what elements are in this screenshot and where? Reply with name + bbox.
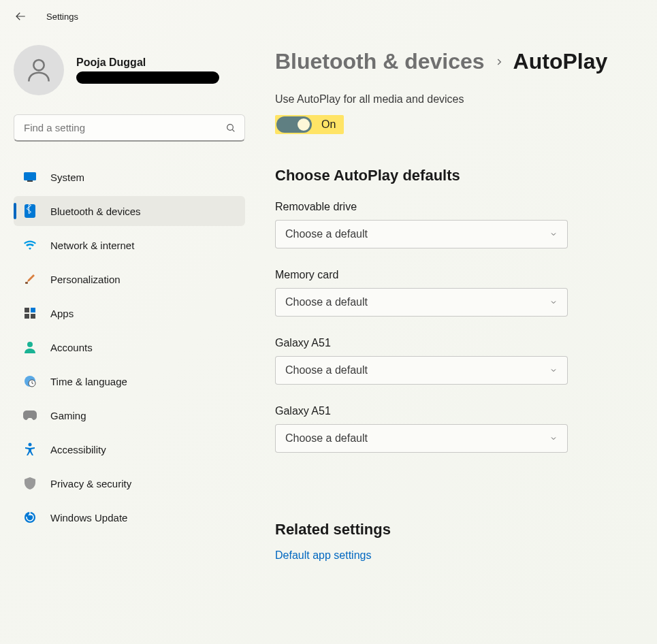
title-bar: Settings	[0, 0, 657, 33]
app-title: Settings	[46, 12, 78, 22]
autoplay-toggle-row: On	[275, 115, 344, 134]
shield-icon	[23, 477, 37, 490]
user-name: Pooja Duggal	[76, 57, 219, 69]
default-item-galaxy-a51-2: Galaxy A51 Choose a default	[275, 405, 568, 453]
select-value: Choose a default	[285, 228, 368, 240]
svg-rect-7	[31, 308, 35, 312]
svg-rect-3	[27, 180, 33, 182]
default-select-memory-card[interactable]: Choose a default	[275, 288, 568, 317]
related-heading: Related settings	[275, 521, 630, 538]
default-label: Removable drive	[275, 201, 568, 213]
sidebar-item-label: Windows Update	[50, 512, 127, 524]
sidebar-item-label: Accessibility	[50, 444, 106, 455]
sidebar-item-label: Privacy & security	[50, 478, 131, 489]
chevron-down-icon	[549, 434, 558, 442]
user-email-redacted	[76, 71, 219, 84]
sidebar-item-bluetooth-devices[interactable]: Bluetooth & devices	[14, 196, 245, 226]
autoplay-toggle-state: On	[321, 118, 336, 131]
sidebar-item-network[interactable]: Network & internet	[14, 230, 245, 260]
select-value: Choose a default	[285, 432, 368, 445]
defaults-list: Removable drive Choose a default Memory …	[275, 201, 568, 453]
sidebar: Pooja Duggal System Bluetooth & devices …	[0, 33, 259, 562]
back-button[interactable]	[11, 7, 30, 26]
clock-globe-icon	[23, 374, 37, 388]
select-value: Choose a default	[285, 296, 368, 308]
sidebar-item-label: Accounts	[50, 342, 93, 353]
chevron-down-icon	[549, 366, 558, 374]
default-label: Galaxy A51	[275, 337, 568, 349]
sidebar-item-label: Time & language	[50, 376, 127, 387]
bluetooth-icon	[23, 204, 37, 218]
page-title: AutoPlay	[513, 49, 608, 74]
sidebar-item-label: System	[50, 172, 84, 183]
nav-list: System Bluetooth & devices Network & int…	[14, 162, 245, 532]
select-value: Choose a default	[285, 364, 368, 376]
sidebar-item-windows-update[interactable]: Windows Update	[14, 502, 245, 532]
sidebar-item-gaming[interactable]: Gaming	[14, 400, 245, 430]
svg-point-13	[29, 443, 32, 447]
autoplay-toggle-section: Use AutoPlay for all media and devices O…	[275, 93, 630, 135]
default-label: Memory card	[275, 269, 568, 281]
default-label: Galaxy A51	[275, 405, 568, 417]
breadcrumb: Bluetooth & devices AutoPlay	[275, 49, 630, 74]
chevron-down-icon	[549, 298, 558, 306]
wifi-icon	[23, 238, 37, 252]
sidebar-item-label: Apps	[50, 308, 74, 319]
svg-rect-6	[25, 308, 29, 312]
svg-point-1	[227, 125, 234, 131]
svg-point-10	[27, 342, 33, 347]
autoplay-toggle-label: Use AutoPlay for all media and devices	[275, 93, 630, 106]
sidebar-item-accessibility[interactable]: Accessibility	[14, 434, 245, 464]
svg-rect-5	[25, 282, 28, 284]
svg-rect-9	[31, 314, 35, 319]
sidebar-item-apps[interactable]: Apps	[14, 298, 245, 328]
chevron-down-icon	[549, 230, 558, 238]
update-icon	[23, 511, 37, 524]
svg-rect-2	[24, 172, 36, 180]
default-item-galaxy-a51-1: Galaxy A51 Choose a default	[275, 337, 568, 385]
svg-rect-8	[25, 314, 29, 319]
defaults-heading: Choose AutoPlay defaults	[275, 167, 630, 184]
default-select-removable-drive[interactable]: Choose a default	[275, 220, 568, 248]
sidebar-item-label: Gaming	[50, 410, 86, 421]
user-block[interactable]: Pooja Duggal	[14, 45, 245, 95]
system-icon	[23, 170, 37, 184]
search-icon	[225, 122, 237, 134]
main-content: Bluetooth & devices AutoPlay Use AutoPla…	[259, 33, 657, 562]
accessibility-icon	[23, 442, 37, 456]
search-box	[14, 114, 245, 142]
chevron-right-icon	[494, 57, 504, 67]
brush-icon	[23, 272, 37, 286]
user-icon	[24, 55, 54, 85]
apps-icon	[23, 306, 37, 320]
sidebar-item-personalization[interactable]: Personalization	[14, 264, 245, 294]
sidebar-item-label: Network & internet	[50, 240, 134, 251]
sidebar-item-time-language[interactable]: Time & language	[14, 366, 245, 396]
breadcrumb-parent[interactable]: Bluetooth & devices	[275, 49, 485, 74]
sidebar-item-label: Personalization	[50, 274, 121, 285]
default-select-galaxy-a51-1[interactable]: Choose a default	[275, 356, 568, 385]
search-input[interactable]	[14, 114, 245, 142]
default-select-galaxy-a51-2[interactable]: Choose a default	[275, 424, 568, 453]
sidebar-item-system[interactable]: System	[14, 162, 245, 192]
avatar	[14, 45, 64, 95]
svg-point-0	[33, 60, 44, 70]
person-icon	[23, 340, 37, 354]
back-arrow-icon	[14, 10, 27, 22]
default-item-removable-drive: Removable drive Choose a default	[275, 201, 568, 248]
toggle-knob	[298, 118, 310, 131]
default-item-memory-card: Memory card Choose a default	[275, 269, 568, 317]
link-default-app-settings[interactable]: Default app settings	[275, 549, 630, 562]
sidebar-item-label: Bluetooth & devices	[50, 206, 141, 217]
autoplay-toggle[interactable]	[276, 116, 312, 133]
gamepad-icon	[23, 408, 37, 422]
sidebar-item-accounts[interactable]: Accounts	[14, 332, 245, 362]
sidebar-item-privacy-security[interactable]: Privacy & security	[14, 468, 245, 498]
